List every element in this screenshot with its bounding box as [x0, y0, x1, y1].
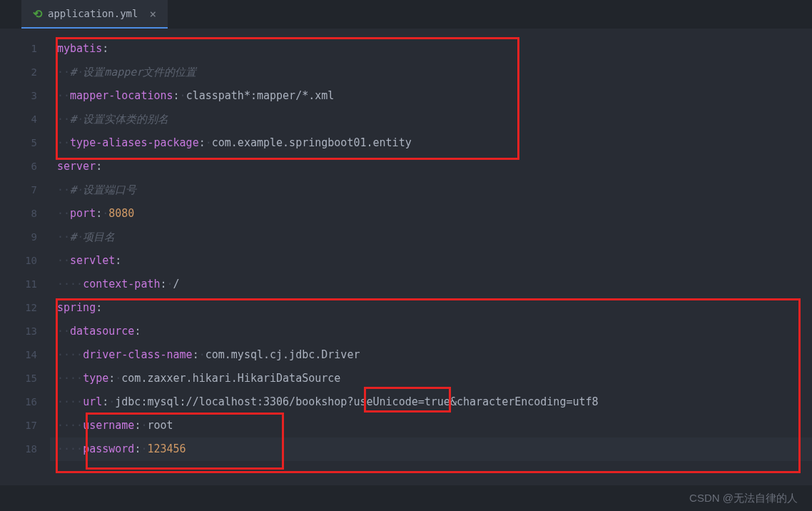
line-number: 1 — [0, 37, 50, 61]
code-line[interactable]: ··mapper-locations:·classpath*:mapper/*.… — [50, 84, 812, 108]
line-number: 12 — [0, 296, 50, 320]
line-number: 10 — [0, 249, 50, 273]
line-number: 2 — [0, 61, 50, 84]
code-line[interactable]: ··port:·8080 — [50, 202, 812, 226]
tab-filename: application.yml — [48, 8, 138, 19]
line-number: 7 — [0, 178, 50, 202]
code-line[interactable]: ····type:·com.zaxxer.hikari.HikariDataSo… — [50, 367, 812, 390]
line-number: 8 — [0, 202, 50, 226]
code-line[interactable]: ····url:·jdbc:mysql://localhost:3306/boo… — [50, 390, 812, 414]
line-number: 16 — [0, 390, 50, 414]
code-line[interactable]: ····password:·123456 — [50, 437, 812, 461]
line-number: 4 — [0, 108, 50, 131]
tab-bar: ⟲ application.yml × — [0, 0, 812, 29]
line-number-gutter: 123456789101112131415161718 — [0, 29, 50, 485]
line-number: 9 — [0, 226, 50, 249]
line-number: 18 — [0, 437, 50, 461]
watermark-text: CSDN @无法自律的人 — [689, 492, 798, 505]
line-number: 5 — [0, 131, 50, 155]
code-line[interactable]: ··#·设置端口号 — [50, 178, 812, 202]
code-line[interactable]: ··#·设置实体类的别名 — [50, 108, 812, 131]
line-number: 6 — [0, 155, 50, 178]
code-line[interactable]: ··#·项目名 — [50, 226, 812, 249]
tab-application-yml[interactable]: ⟲ application.yml × — [21, 0, 168, 29]
code-line[interactable]: ····context-path:·/ — [50, 273, 812, 296]
code-line[interactable]: ··#·设置mapper文件的位置 — [50, 61, 812, 84]
line-number: 14 — [0, 343, 50, 367]
code-line[interactable]: mybatis: — [50, 37, 812, 61]
yaml-file-icon: ⟲ — [33, 7, 42, 21]
line-number: 17 — [0, 414, 50, 437]
code-line[interactable]: ····username:·root — [50, 414, 812, 437]
code-line[interactable]: ····driver-class-name:·com.mysql.cj.jdbc… — [50, 343, 812, 367]
close-icon[interactable]: × — [149, 7, 156, 21]
line-number: 11 — [0, 273, 50, 296]
code-line[interactable]: ··type-aliases-package:·com.example.spri… — [50, 131, 812, 155]
code-area[interactable]: mybatis:··#·设置mapper文件的位置··mapper-locati… — [50, 29, 812, 485]
code-line[interactable]: ··servlet: — [50, 249, 812, 273]
code-editor[interactable]: 123456789101112131415161718 mybatis:··#·… — [0, 29, 812, 485]
line-number: 13 — [0, 320, 50, 343]
code-line[interactable]: ··datasource: — [50, 320, 812, 343]
code-line[interactable]: server: — [50, 155, 812, 178]
line-number: 3 — [0, 84, 50, 108]
code-line[interactable]: spring: — [50, 296, 812, 320]
line-number: 15 — [0, 367, 50, 390]
